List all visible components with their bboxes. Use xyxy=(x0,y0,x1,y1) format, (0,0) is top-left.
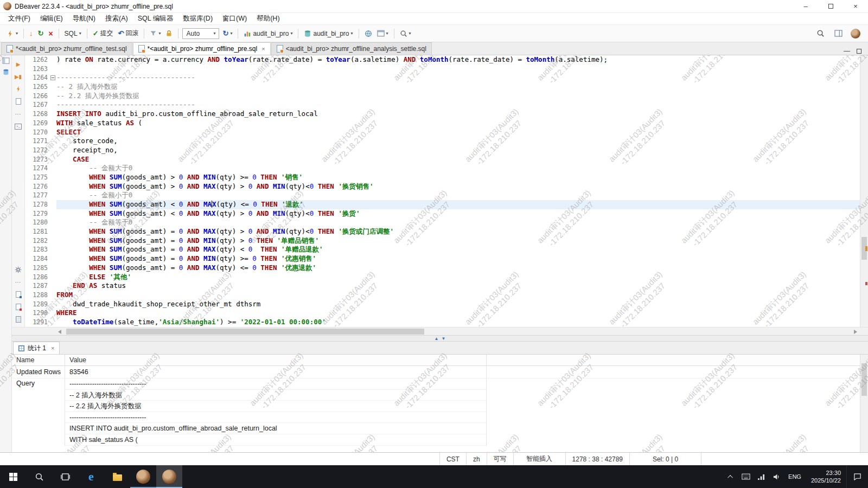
menu-item[interactable]: 文件(F) xyxy=(3,14,35,23)
transaction-filter-dropdown[interactable]: ▾ xyxy=(148,29,162,38)
menu-item[interactable]: 帮助(H) xyxy=(252,14,284,23)
scrollbar-thumb[interactable] xyxy=(861,363,867,396)
file-explorer-button[interactable] xyxy=(104,465,130,488)
execute-script-button[interactable]: ▶▮ xyxy=(14,72,23,81)
export-result-button[interactable] xyxy=(14,290,23,299)
fold-collapse-icon[interactable] xyxy=(50,75,55,80)
menu-item[interactable]: 窗口(W) xyxy=(218,14,252,23)
execute-statement-button[interactable]: ▶ xyxy=(14,60,23,68)
settings-button[interactable] xyxy=(14,265,23,274)
scroll-right-icon[interactable] xyxy=(854,330,857,334)
sql-editor[interactable]: ) rate ON rate.currency = a.currency AND… xyxy=(56,55,860,327)
line-number: 1289 xyxy=(25,300,56,309)
status-language[interactable]: zh xyxy=(466,453,487,465)
menu-item[interactable]: 导航(N) xyxy=(68,14,100,23)
splitter-collapse-down-icon[interactable]: ▼ xyxy=(442,336,446,341)
editor-tab[interactable]: *<audit_bi_pro> zhumr_offline_test.sql xyxy=(1,42,132,55)
dbeaver-taskbar-button-active[interactable] xyxy=(156,465,182,488)
commit-button[interactable]: ✓ 提交 xyxy=(91,28,115,39)
minimize-view-icon[interactable]: — xyxy=(844,47,850,55)
editor-vertical-scrollbar[interactable] xyxy=(860,55,868,327)
tray-expand-button[interactable] xyxy=(723,465,738,488)
sql-dialect-dropdown[interactable]: SQL ▾ xyxy=(63,29,83,38)
menu-item[interactable]: 数据库(D) xyxy=(178,14,218,23)
dbeaver-taskbar-button[interactable] xyxy=(130,465,156,488)
taskbar-search-button[interactable] xyxy=(26,465,52,488)
more-bottom-actions-button[interactable]: ⋯ xyxy=(14,278,23,286)
quick-search-button[interactable] xyxy=(815,28,826,38)
editor-horizontal-scrollbar[interactable] xyxy=(12,327,868,335)
annotation-marker xyxy=(865,246,867,251)
status-writable[interactable]: 可写 xyxy=(487,453,513,465)
status-cursor-position[interactable]: 1278 : 38 : 42789 xyxy=(565,453,629,465)
editor-tab[interactable]: *<audit_bi_pro> zhumr_offline_pre.sql× xyxy=(133,42,271,55)
more-actions-button[interactable]: ⋯ xyxy=(14,110,23,118)
edge-button[interactable]: e xyxy=(78,465,104,488)
scrollbar-thumb[interactable] xyxy=(66,329,424,335)
code-line: WHEN SUM(goods_amt) = 0 AND MIN(qty) > 0… xyxy=(56,236,860,246)
open-grid-button[interactable] xyxy=(14,315,23,324)
edit-script-button[interactable] xyxy=(14,97,23,106)
network-button[interactable] xyxy=(754,465,769,488)
volume-button[interactable] xyxy=(769,465,784,488)
new-sql-editor-button[interactable]: ▾ xyxy=(5,29,20,38)
explain-plan-button[interactable] xyxy=(14,85,23,93)
line-number: 1287 xyxy=(25,281,56,291)
menu-item[interactable]: SQL 编辑器 xyxy=(133,14,178,23)
database-navigator-icon[interactable] xyxy=(2,68,10,76)
editor-tab[interactable]: <audit_bi_pro> zhumr_offline_analysis_se… xyxy=(271,42,432,55)
chevron-up-icon xyxy=(727,474,733,480)
connection-combo[interactable]: audit_bi_pro ▾ xyxy=(242,29,294,38)
minimize-button[interactable]: – xyxy=(793,0,818,12)
save-report-button[interactable] xyxy=(14,303,23,311)
lock-button[interactable] xyxy=(164,29,174,38)
line-number: 1288 xyxy=(25,291,56,300)
rollback-button[interactable]: ↶ 回滚 xyxy=(117,28,141,39)
toolbar-down-button[interactable]: ↓ xyxy=(28,28,35,38)
task-view-button[interactable] xyxy=(52,465,78,488)
toggle-panels-button[interactable] xyxy=(833,29,844,38)
status-selection[interactable]: Sel: 0 | 0 xyxy=(629,453,701,465)
column-header-value[interactable]: Value xyxy=(65,355,487,365)
taskbar-clock[interactable]: 23:30 2025/10/22 xyxy=(806,465,846,488)
language-indicator[interactable]: ENG xyxy=(784,465,806,488)
editor-results-splitter[interactable]: ▲ ▼ xyxy=(12,335,868,342)
line-number: 1262 xyxy=(25,55,56,65)
results-scrollbar[interactable] xyxy=(860,355,868,452)
tab-close-icon[interactable]: × xyxy=(261,46,265,52)
restore-view-icon[interactable] xyxy=(2,57,10,64)
menu-item[interactable]: 编辑(E) xyxy=(35,14,68,23)
scroll-left-icon[interactable] xyxy=(58,330,61,334)
statistics-tab[interactable]: 统计 1 × xyxy=(13,342,60,354)
start-button[interactable] xyxy=(0,465,26,488)
table-row[interactable]: Query ----------------------------------… xyxy=(12,378,868,446)
window-title: DBeaver 22.3.4 - <audit_bi_pro> zhumr_of… xyxy=(15,3,173,10)
tab-close-icon[interactable]: × xyxy=(51,345,54,351)
code-line: ELSE '其他' xyxy=(56,273,860,282)
maximize-view-icon[interactable] xyxy=(857,49,861,54)
touch-keyboard-button[interactable] xyxy=(738,465,754,488)
status-insert-mode[interactable]: 智能插入 xyxy=(513,453,565,465)
close-button[interactable]: × xyxy=(843,0,868,12)
column-header-name[interactable]: Name xyxy=(12,355,65,365)
database-combo[interactable]: audit_bi_pro ▾ xyxy=(302,29,354,38)
code-line: -- 2.2 插入海外换货数据 xyxy=(56,92,860,101)
status-timezone[interactable]: CST xyxy=(439,453,466,465)
chevron-down-icon: ▾ xyxy=(290,31,292,36)
code-line: WHERE xyxy=(56,309,860,318)
search-dropdown[interactable]: ▾ xyxy=(398,29,413,38)
refresh-dropdown[interactable]: ↻ ▾ xyxy=(221,28,234,38)
commit-mode-combo[interactable]: Auto ▾ xyxy=(182,28,219,39)
splitter-collapse-up-icon[interactable]: ▲ xyxy=(435,336,439,341)
maximize-button[interactable] xyxy=(818,0,843,12)
commit-label: 提交 xyxy=(100,29,113,38)
table-row[interactable]: Updated Rows 83546 xyxy=(12,366,868,378)
chevron-down-icon: ▾ xyxy=(351,31,353,36)
toolbar-cancel-button[interactable]: × xyxy=(47,28,54,39)
globe-button[interactable] xyxy=(363,29,374,38)
toolbar-refresh-button[interactable]: ↻ xyxy=(36,28,46,38)
menu-item[interactable]: 搜索(A) xyxy=(100,14,133,23)
action-center-button[interactable] xyxy=(846,465,868,488)
open-console-button[interactable]: >_ xyxy=(14,122,23,131)
panel-layout-dropdown[interactable]: ▾ xyxy=(375,29,390,38)
